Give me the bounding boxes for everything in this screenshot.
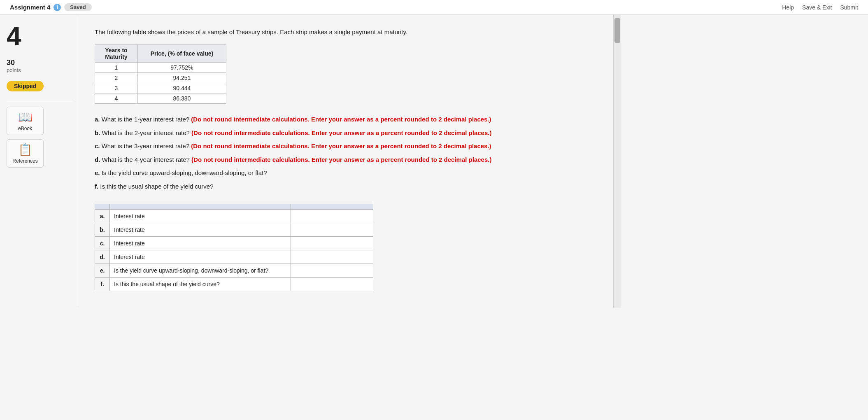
main-content: The following table shows the prices of … <box>78 15 613 308</box>
years-cell: 3 <box>95 83 138 93</box>
points-label: points <box>7 67 21 73</box>
answer-row: a. Interest rate <box>95 210 373 223</box>
answer-input-cell-4[interactable] <box>291 264 373 278</box>
question-d: d. What is the 4-year interest rate? (Do… <box>95 154 597 166</box>
saved-badge: Saved <box>64 3 91 11</box>
top-bar: Assignment 4 i Saved Help Save & Exit Su… <box>0 0 868 15</box>
points-section: 30 points <box>7 58 21 73</box>
answer-label-4: e. <box>95 264 110 278</box>
references-icon: 📋 <box>18 143 33 156</box>
answer-question-2: Interest rate <box>110 237 291 250</box>
skipped-badge: Skipped <box>7 81 44 91</box>
price-cell: 97.752% <box>137 63 226 73</box>
treasury-table: Years toMaturity Price, (% of face value… <box>95 44 226 104</box>
answer-input-1[interactable] <box>295 226 369 234</box>
assignment-title-section: Assignment 4 i Saved <box>10 3 92 11</box>
question-f: f. Is this the usual shape of the yield … <box>95 181 597 193</box>
points-value: 30 <box>7 58 21 67</box>
answer-question-4: Is the yield curve upward-sloping, downw… <box>110 264 291 278</box>
answer-question-1: Interest rate <box>110 223 291 237</box>
main-layout: 4 30 points Skipped 📖 eBook 📋 References… <box>0 15 868 308</box>
col1-header: Years toMaturity <box>95 45 138 63</box>
answer-input-5[interactable] <box>295 280 369 288</box>
answer-question-5: Is this the usual shape of the yield cur… <box>110 278 291 291</box>
answer-question-0: Interest rate <box>110 210 291 223</box>
question-e: e. Is the yield curve upward-sloping, do… <box>95 167 597 179</box>
answer-row: d. Interest rate <box>95 250 373 264</box>
answer-header-label <box>95 204 110 210</box>
question-a: a. What is the 1-year interest rate? (Do… <box>95 114 597 126</box>
question-intro: The following table shows the prices of … <box>95 27 597 37</box>
top-bar-actions: Help Save & Exit Submit <box>782 4 858 11</box>
answer-label-2: c. <box>95 237 110 250</box>
sidebar-divider <box>7 99 74 99</box>
help-button[interactable]: Help <box>782 4 794 11</box>
answer-header-value <box>291 204 373 210</box>
col2-header: Price, (% of face value) <box>137 45 226 63</box>
answer-input-cell-2[interactable] <box>291 237 373 250</box>
ebook-label: eBook <box>18 126 32 131</box>
answer-input-cell-0[interactable] <box>291 210 373 223</box>
answer-label-0: a. <box>95 210 110 223</box>
answer-input-2[interactable] <box>295 239 369 247</box>
right-scrollbar[interactable] <box>613 15 621 308</box>
answer-input-cell-5[interactable] <box>291 278 373 291</box>
references-tool[interactable]: 📋 References <box>7 139 44 168</box>
answer-table: a. Interest rate b. Interest rate c. Int… <box>95 204 373 291</box>
info-icon: i <box>54 4 61 11</box>
answer-input-cell-3[interactable] <box>291 250 373 264</box>
answer-input-4[interactable] <box>295 266 369 275</box>
price-cell: 86.380 <box>137 93 226 104</box>
references-label: References <box>12 158 37 164</box>
price-cell: 90.444 <box>137 83 226 93</box>
answer-row: c. Interest rate <box>95 237 373 250</box>
answer-row: e. Is the yield curve upward-sloping, do… <box>95 264 373 278</box>
treasury-row: 3 90.444 <box>95 83 226 93</box>
answer-input-3[interactable] <box>295 253 369 261</box>
question-c: c. What is the 3-year interest rate? (Do… <box>95 140 597 152</box>
price-cell: 94.251 <box>137 73 226 83</box>
left-sidebar: 4 30 points Skipped 📖 eBook 📋 References <box>0 15 78 308</box>
save-exit-button[interactable]: Save & Exit <box>802 4 832 11</box>
answer-row: f. Is this the usual shape of the yield … <box>95 278 373 291</box>
years-cell: 2 <box>95 73 138 83</box>
ebook-icon: 📖 <box>18 110 33 124</box>
treasury-row: 2 94.251 <box>95 73 226 83</box>
answer-input-0[interactable] <box>295 212 369 220</box>
question-b: b. What is the 2-year interest rate? (Do… <box>95 127 597 139</box>
answer-header-question <box>110 204 291 210</box>
question-number: 4 <box>7 23 21 49</box>
treasury-row: 4 86.380 <box>95 93 226 104</box>
answer-input-cell-1[interactable] <box>291 223 373 237</box>
scrollbar-thumb[interactable] <box>614 18 620 43</box>
years-cell: 4 <box>95 93 138 104</box>
ebook-tool[interactable]: 📖 eBook <box>7 107 44 135</box>
years-cell: 1 <box>95 63 138 73</box>
treasury-row: 1 97.752% <box>95 63 226 73</box>
answer-question-3: Interest rate <box>110 250 291 264</box>
submit-button[interactable]: Submit <box>840 4 858 11</box>
answer-label-1: b. <box>95 223 110 237</box>
answer-label-3: d. <box>95 250 110 264</box>
answer-label-5: f. <box>95 278 110 291</box>
answer-row: b. Interest rate <box>95 223 373 237</box>
questions-section: a. What is the 1-year interest rate? (Do… <box>95 114 597 192</box>
assignment-title: Assignment 4 <box>10 4 50 11</box>
